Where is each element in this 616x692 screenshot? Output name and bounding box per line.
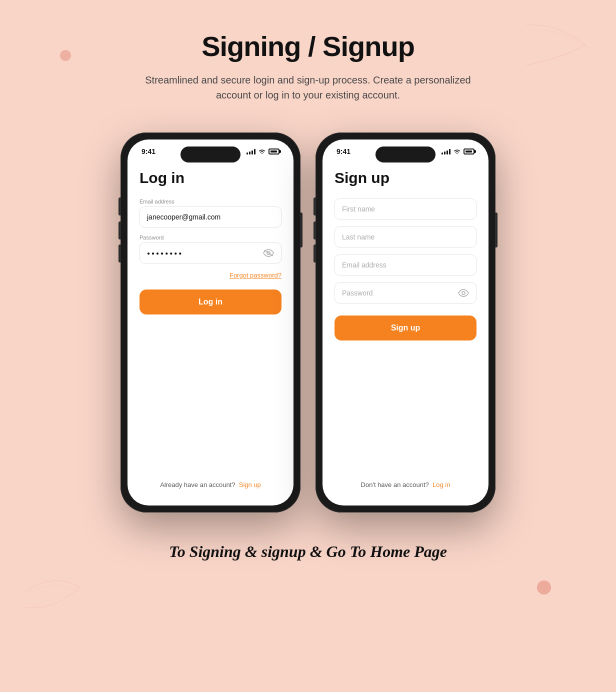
login-screen-content: Log in Email address janecooper@gmail.co…	[128, 160, 294, 506]
login-email-input[interactable]: janecooper@gmail.com	[140, 206, 282, 228]
login-email-value: janecooper@gmail.com	[147, 213, 220, 221]
login-footer-text: Already have an account?	[160, 481, 235, 488]
signup-email-group: Email address	[334, 254, 476, 276]
signup-button[interactable]: Sign up	[334, 316, 476, 340]
status-time-signup: 9:41	[336, 148, 350, 156]
phone-notch-signup	[376, 146, 436, 162]
signup-footer: Don't have an account? Log in	[334, 481, 476, 494]
signup-firstname-placeholder: First name	[342, 205, 375, 213]
page-title: Signing / Signup	[202, 30, 414, 62]
signup-phone: 9:41 Sign up	[316, 132, 496, 512]
deco-circle-bottom	[537, 580, 551, 594]
signal-icon	[246, 148, 256, 154]
signup-title: Sign up	[334, 170, 476, 186]
login-password-label: Password	[140, 234, 282, 240]
login-button[interactable]: Log in	[140, 290, 282, 314]
vol-btn-3	[314, 222, 316, 240]
signup-footer-link[interactable]: Log in	[432, 481, 450, 488]
status-time-login: 9:41	[142, 148, 156, 156]
signup-password-group: Password	[334, 282, 476, 304]
signup-footer-text: Don't have an account?	[361, 481, 429, 488]
signup-password-placeholder: Password	[342, 289, 372, 297]
vol-btn-1	[118, 222, 120, 240]
login-title: Log in	[140, 170, 282, 186]
signup-email-input[interactable]: Email address	[334, 254, 476, 276]
login-footer: Already have an account? Sign up	[140, 481, 282, 494]
vol-btn-4	[314, 244, 316, 262]
signup-screen: 9:41 Sign up	[322, 140, 488, 506]
deco-lines-bottom	[20, 567, 85, 617]
login-email-group: Email address janecooper@gmail.com	[140, 198, 282, 228]
login-footer-link[interactable]: Sign up	[239, 481, 261, 488]
vol-btn-2	[118, 244, 120, 262]
login-password-group: Password ●●●●●●●●	[140, 234, 282, 264]
signup-firstname-input[interactable]: First name	[334, 198, 476, 220]
eye-icon	[458, 289, 469, 297]
login-screen: 9:41 Log in	[128, 140, 294, 506]
phones-container: 9:41 Log in	[120, 132, 496, 512]
login-password-dots: ●●●●●●●●	[147, 250, 183, 256]
signup-screen-content: Sign up First name Last name Email	[322, 160, 488, 506]
page-subtitle: Streamlined and secure login and sign-up…	[133, 72, 483, 102]
signup-firstname-group: First name	[334, 198, 476, 220]
status-icons-signup	[442, 148, 474, 154]
signup-lastname-input[interactable]: Last name	[334, 226, 476, 248]
status-icons-login	[246, 148, 280, 154]
deco-circle-top	[60, 50, 71, 61]
bottom-caption: To Signing & signup & Go To Home Page	[169, 542, 447, 561]
deco-lines-top	[521, 20, 591, 70]
signal-icon-2	[442, 148, 450, 154]
phone-notch-login	[180, 146, 240, 162]
login-phone: 9:41 Log in	[120, 132, 300, 512]
battery-icon-2	[464, 148, 474, 154]
login-email-label: Email address	[140, 198, 282, 204]
wifi-icon	[258, 148, 266, 154]
signup-lastname-group: Last name	[334, 226, 476, 248]
wifi-icon-2	[453, 148, 461, 154]
login-password-input[interactable]: ●●●●●●●●	[140, 242, 282, 264]
signup-email-placeholder: Email address	[342, 261, 386, 269]
forgot-password-link[interactable]: Forgot password?	[140, 270, 282, 280]
battery-icon	[268, 148, 280, 154]
signup-lastname-placeholder: Last name	[342, 233, 374, 241]
eye-slash-icon	[263, 249, 274, 257]
svg-point-2	[462, 292, 465, 294]
signup-password-input[interactable]: Password	[334, 282, 476, 304]
forgot-password-label: Forgot password?	[230, 272, 282, 279]
